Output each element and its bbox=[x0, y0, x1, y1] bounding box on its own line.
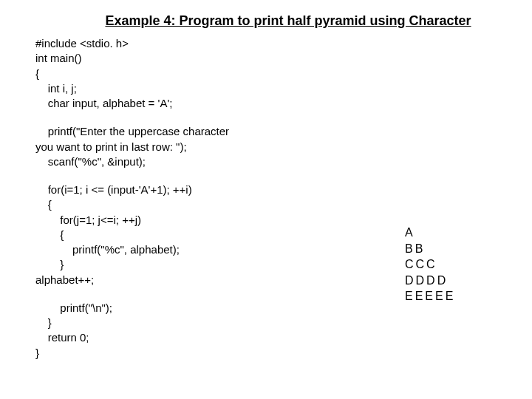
output-block: A BB CCC DDDD EEEEE bbox=[346, 36, 455, 361]
code-line: for(j=1; j<=i; ++j) bbox=[35, 213, 346, 228]
code-line: } bbox=[35, 257, 346, 272]
code-line: alphabet++; bbox=[35, 273, 346, 287]
output-line: DDDD bbox=[405, 273, 455, 289]
output-line: BB bbox=[405, 241, 455, 257]
code-line: #include <stdio. h> bbox=[35, 36, 346, 51]
output-line: A bbox=[405, 225, 455, 241]
blank-line bbox=[35, 111, 346, 124]
code-line: { bbox=[35, 197, 346, 212]
code-line: { bbox=[35, 66, 346, 81]
code-line: char input, alphabet = 'A'; bbox=[35, 96, 346, 111]
content-area: #include <stdio. h> int main() { int i, … bbox=[0, 36, 532, 361]
code-line: you want to print in last row: "); bbox=[35, 140, 346, 154]
code-line: printf("%c", alphabet); bbox=[35, 242, 346, 257]
example-title: Example 4: Program to print half pyramid… bbox=[0, 0, 532, 36]
code-line: } bbox=[35, 346, 346, 361]
code-line: { bbox=[35, 228, 346, 242]
code-line: for(i=1; i <= (input-'A'+1); ++i) bbox=[35, 183, 346, 197]
code-block: #include <stdio. h> int main() { int i, … bbox=[35, 36, 346, 361]
output-line: EEEEE bbox=[405, 288, 455, 304]
code-line: } bbox=[35, 316, 346, 330]
code-line: printf("Enter the uppercase character bbox=[35, 124, 346, 139]
blank-line bbox=[35, 169, 346, 183]
code-line: printf("\n"); bbox=[35, 301, 346, 316]
blank-line bbox=[35, 287, 346, 301]
code-line: int main() bbox=[35, 51, 346, 66]
output-line: CCC bbox=[405, 256, 455, 273]
code-line: int i, j; bbox=[35, 81, 346, 96]
code-line: scanf("%c", &input); bbox=[35, 154, 346, 169]
code-line: return 0; bbox=[35, 330, 346, 345]
